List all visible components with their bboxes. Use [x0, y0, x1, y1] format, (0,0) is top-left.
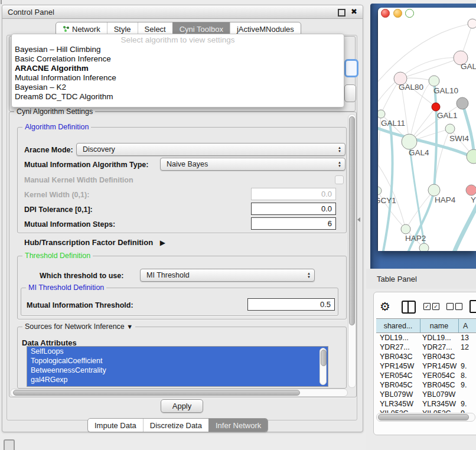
table-horizontal-scrollbar[interactable]: [376, 413, 475, 422]
node-gal4[interactable]: [402, 134, 417, 149]
mi-type-label: Mutual Information Algorithm Type:: [24, 161, 148, 169]
network-canvas[interactable]: GAL GAL80 GAL10 GAL11 GAL1 SWI4 GAL4 GCY…: [378, 18, 476, 251]
kernel-width-field[interactable]: 0.0: [251, 188, 336, 200]
node-gal10[interactable]: [429, 76, 439, 86]
gear-icon[interactable]: ⚙: [380, 299, 390, 314]
dpi-tolerance-field[interactable]: 0.0: [251, 203, 336, 215]
sources-title[interactable]: Sources for Network Inference ▼: [22, 322, 135, 331]
sources-title-label: Sources for Network Inference: [25, 322, 125, 331]
cyni-bottom-tabs: Impute Data Discretize Data Infer Networ…: [87, 418, 268, 432]
checked-checkbox-icon[interactable]: ✓: [423, 303, 431, 310]
cell: YLR345W: [422, 400, 456, 408]
tab-select-label: Select: [145, 25, 166, 34]
node-label: GCY1: [378, 196, 396, 205]
close-icon[interactable]: ✖: [351, 7, 357, 16]
minimize-traffic-light-icon[interactable]: [393, 9, 402, 18]
checked-checkbox-icon[interactable]: ✓: [432, 303, 439, 310]
node-label: HAP4: [435, 195, 456, 204]
node-gray[interactable]: [457, 97, 468, 109]
attribute-item[interactable]: BetweennessCentrality: [27, 366, 328, 375]
attribute-list-scrollbar[interactable]: [319, 348, 327, 385]
expand-right-icon: ▶: [160, 239, 165, 247]
node-red[interactable]: [432, 103, 440, 111]
tab-discretize-data[interactable]: Discretize Data: [143, 419, 208, 432]
node[interactable]: [419, 243, 429, 251]
algorithm-option[interactable]: Dream8 DC_TDC Algorithm: [12, 92, 344, 102]
attribute-item[interactable]: gal4RGexp: [27, 375, 328, 384]
aracne-mode-combobox[interactable]: Discovery ▲▼: [76, 143, 345, 156]
node-hap2[interactable]: [401, 224, 410, 234]
combo-arrows-icon: ▲▼: [338, 161, 341, 168]
float-window-icon[interactable]: [338, 9, 345, 17]
node[interactable]: [468, 19, 476, 28]
table-panel-titlebar: Table Panel: [366, 269, 476, 289]
split-columns-icon[interactable]: [402, 301, 416, 314]
combo-arrows-icon: ▲▼: [338, 146, 341, 153]
which-threshold-combobox[interactable]: MI Threshold ▲▼: [140, 269, 315, 282]
tab-cyni-toolbox-label: Cyni Toolbox: [180, 25, 223, 34]
attribute-item[interactable]: SelfLoops: [27, 347, 328, 356]
tab-impute-data-label: Impute Data: [94, 421, 136, 430]
settings-vertical-scrollbar[interactable]: [348, 114, 356, 388]
algorithm-option-selected[interactable]: ARACNE Algorithm: [12, 64, 344, 73]
algorithm-option[interactable]: Mutual Information Inference: [12, 73, 344, 83]
node-swi4[interactable]: [467, 149, 476, 164]
mi-threshold-label: Mutual Information Threshold:: [27, 301, 133, 309]
cell: 9.: [461, 381, 467, 389]
node-gal11[interactable]: [378, 110, 385, 118]
control-panel-window: Control Panel ✖ Network Style Se: [2, 5, 363, 432]
tab-infer-network[interactable]: Infer Network: [208, 419, 268, 432]
unchecked-checkbox-icon[interactable]: [446, 303, 454, 310]
table-panel-section: Table Panel ⚙ ✓ ✓ shared... name A YDL19…: [366, 269, 476, 450]
column-header-name[interactable]: name: [420, 319, 459, 332]
node-label: GAL4: [409, 148, 429, 157]
network-view-window: GAL GAL80 GAL10 GAL11 GAL1 SWI4 GAL4 GCY…: [378, 8, 476, 251]
cell: 9.: [461, 400, 467, 408]
which-threshold-value: MI Threshold: [146, 271, 190, 279]
node-hap4[interactable]: [428, 184, 440, 196]
node-gal1[interactable]: [445, 124, 455, 133]
tab-discretize-data-label: Discretize Data: [150, 421, 202, 430]
unchecked-checkbox-icon[interactable]: [455, 303, 462, 310]
algorithm-option[interactable]: Basic Correlation Inference: [12, 54, 344, 64]
tab-style-label: Style: [114, 25, 131, 34]
node-gcy1[interactable]: [378, 187, 382, 195]
mi-threshold-field[interactable]: 0.5: [247, 298, 335, 311]
attribute-item[interactable]: TopologicalCoefficient: [27, 356, 328, 366]
document-icon[interactable]: [470, 300, 476, 313]
node-y[interactable]: [466, 185, 476, 195]
which-threshold-label: Which threshold to use:: [40, 272, 123, 280]
manual-kernel-checkbox[interactable]: [335, 175, 344, 184]
combobox-fragment[interactable]: [344, 84, 356, 102]
combobox-focus-fragment[interactable]: [344, 59, 358, 77]
mi-threshold-definition-title: MI Threshold Definition: [26, 283, 106, 292]
column-header-partial[interactable]: A: [458, 319, 476, 332]
tab-impute-data[interactable]: Impute Data: [88, 419, 143, 432]
combo-arrows-icon: ▲▼: [307, 272, 311, 279]
apply-button[interactable]: Apply: [161, 399, 203, 413]
mi-type-combobox[interactable]: Naive Bayes ▲▼: [160, 158, 345, 171]
mi-steps-field[interactable]: 6: [251, 217, 336, 230]
apply-button-label: Apply: [172, 402, 192, 410]
settings-horizontal-scrollbar[interactable]: [10, 389, 348, 397]
cell: YBL079W: [422, 390, 455, 399]
column-header-shared-name[interactable]: shared...: [376, 319, 420, 332]
algorithm-dropdown-popup: Select algorithm to view settings Bayesi…: [11, 34, 344, 107]
node-label: Y: [471, 195, 476, 204]
grid-icon[interactable]: [4, 439, 15, 450]
cell: YBR045C: [422, 381, 455, 389]
hub-definition-toggle[interactable]: Hub/Transcription Factor Definition ▶: [24, 238, 165, 247]
splitpane-collapse-icon[interactable]: [357, 217, 360, 222]
cell: YPR145W: [422, 362, 457, 370]
collapse-down-icon: ▼: [126, 323, 133, 330]
close-traffic-light-icon[interactable]: [381, 9, 390, 18]
algorithm-option[interactable]: Bayesian – Hill Climbing: [12, 45, 344, 54]
tab-jactivemnodules-label: jActiveMNodules: [237, 25, 294, 34]
dropdown-placeholder: Select algorithm to view settings: [12, 35, 344, 45]
node-label: GAL11: [381, 119, 405, 128]
threshold-definition-title: Threshold Definition: [22, 252, 93, 260]
tab-network-label: Network: [72, 25, 100, 34]
cell: YBR045C: [380, 381, 413, 389]
zoom-traffic-light-icon[interactable]: [405, 9, 414, 18]
algorithm-option[interactable]: Bayesian – K2: [12, 83, 344, 92]
